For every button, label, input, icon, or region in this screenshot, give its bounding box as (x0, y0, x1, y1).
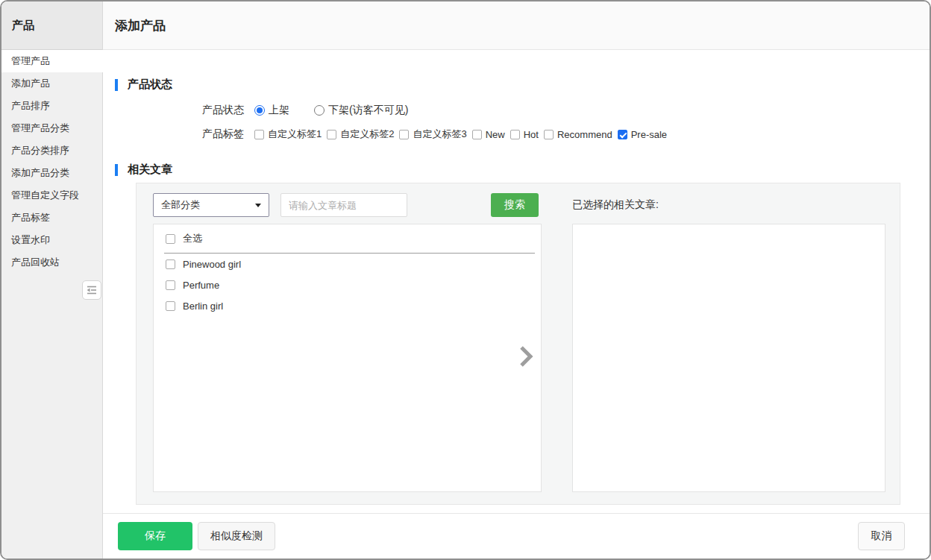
sidebar-item-label: 产品回收站 (11, 257, 60, 268)
radio-icon[interactable] (314, 105, 325, 116)
section-accent-bar (115, 79, 118, 91)
checkbox-icon[interactable] (327, 130, 336, 139)
page-body: 产品状态 产品状态 上架 下架(访客不可见) (103, 50, 930, 513)
sidebar-item[interactable]: 管理产品 (1, 50, 102, 72)
article-list-item[interactable]: Pinewood girl (154, 254, 541, 274)
tag-option-label: Recommend (557, 129, 612, 140)
radio-icon[interactable] (254, 105, 265, 116)
section-title-text: 相关文章 (128, 163, 172, 177)
sidebar-menu: 管理产品 添加产品 产品排序 管理产品分类 产品分类排序 (1, 50, 102, 274)
page-title: 添加产品 (115, 17, 166, 34)
article-checkbox[interactable] (166, 301, 175, 311)
article-title: Berlin girl (183, 301, 223, 312)
tag-option-label: 自定义标签3 (413, 128, 466, 141)
status-radio-option[interactable]: 上架 (254, 104, 289, 117)
chevron-right-icon (518, 345, 533, 368)
sidebar-title: 产品 (1, 1, 102, 50)
sidebar: 产品 管理产品 添加产品 产品排序 管理产品分类 (1, 1, 103, 559)
tag-option-label: Hot (524, 129, 539, 140)
tags-row: 产品标签 自定义标签1 自定义标签2 (103, 123, 667, 145)
sidebar-item[interactable]: 产品标签 (1, 207, 102, 229)
search-button[interactable]: 搜索 (491, 193, 539, 217)
sidebar-item[interactable]: 设置水印 (1, 229, 102, 251)
move-right-button[interactable] (518, 345, 533, 371)
article-title: Perfume (183, 280, 219, 291)
sidebar-item-label: 管理自定义字段 (11, 189, 79, 201)
sidebar-item[interactable]: 添加产品分类 (1, 162, 102, 184)
sidebar-item[interactable]: 产品排序 (1, 95, 102, 117)
tag-checkbox-option[interactable]: 自定义标签3 (399, 128, 466, 141)
section-title-text: 产品状态 (128, 78, 172, 92)
checkbox-icon[interactable] (399, 130, 409, 139)
menu-fold-icon (87, 286, 97, 295)
sidebar-item-label: 产品分类排序 (11, 145, 69, 156)
category-select-value: 全部分类 (161, 198, 200, 212)
cancel-button[interactable]: 取消 (858, 522, 905, 550)
section-related-articles: 相关文章 (115, 163, 172, 177)
sidebar-item-label: 管理产品分类 (11, 122, 69, 133)
tag-checkbox-option[interactable]: Recommend (544, 129, 612, 140)
checkbox-icon[interactable] (254, 130, 264, 139)
sidebar-item[interactable]: 管理自定义字段 (1, 184, 102, 207)
sidebar-item-label: 设置水印 (11, 234, 50, 245)
save-button[interactable]: 保存 (118, 522, 192, 550)
sidebar-item-label: 产品排序 (11, 100, 50, 111)
article-source-list: 全选 Pinewood girl Pe (153, 224, 542, 492)
sidebar-item-label: 产品标签 (11, 212, 50, 223)
selected-articles-label: 已选择的相关文章: (572, 198, 659, 212)
select-all-row[interactable]: 全选 (154, 224, 541, 253)
select-all-label: 全选 (183, 232, 202, 245)
sidebar-item-label: 管理产品 (11, 55, 50, 66)
sidebar-item[interactable]: 产品分类排序 (1, 139, 102, 162)
article-checkbox[interactable] (166, 259, 175, 269)
status-row-label: 产品状态 (103, 104, 244, 117)
similarity-check-button[interactable]: 相似度检测 (198, 522, 275, 550)
article-list-item[interactable]: Berlin girl (154, 295, 541, 316)
status-row: 产品状态 上架 下架(访客不可见) (103, 99, 408, 122)
app-window: 产品 管理产品 添加产品 产品排序 管理产品分类 (0, 0, 931, 560)
tag-checkbox-option[interactable]: Pre-sale (618, 129, 667, 140)
tags-checkbox-group: 自定义标签1 自定义标签2 自定义标签3 (254, 128, 667, 141)
category-select[interactable]: 全部分类 (153, 193, 269, 217)
radio-option-label: 上架 (269, 104, 289, 117)
article-list: Pinewood girl Perfume Berlin girl (154, 254, 541, 316)
tag-checkbox-option[interactable]: 自定义标签1 (254, 128, 322, 141)
status-radio-option[interactable]: 下架(访客不可见) (314, 104, 408, 117)
status-radio-group: 上架 下架(访客不可见) (254, 104, 408, 117)
sidebar-item[interactable]: 产品回收站 (1, 251, 102, 274)
caret-down-icon (255, 204, 261, 207)
related-articles-panel: 全部分类 搜索 已选择的相关文章: 全选 (136, 183, 900, 505)
tag-checkbox-option[interactable]: New (472, 129, 505, 140)
tags-row-label: 产品标签 (103, 128, 244, 141)
sidebar-collapse-button[interactable] (82, 280, 101, 300)
section-accent-bar (115, 164, 118, 176)
tag-option-label: 自定义标签2 (340, 128, 394, 141)
article-checkbox[interactable] (166, 280, 175, 290)
select-all-checkbox[interactable] (166, 234, 175, 244)
sidebar-item[interactable]: 管理产品分类 (1, 117, 102, 139)
sidebar-item-label: 添加产品分类 (11, 167, 69, 178)
checkbox-icon[interactable] (618, 130, 627, 139)
radio-option-label: 下架(访客不可见) (328, 104, 408, 117)
checkbox-icon[interactable] (510, 130, 520, 139)
tag-option-label: 自定义标签1 (268, 128, 322, 141)
tag-checkbox-option[interactable]: Hot (510, 129, 539, 140)
tag-option-label: New (486, 129, 505, 140)
page-header: 添加产品 (103, 1, 930, 50)
article-title: Pinewood girl (183, 259, 241, 270)
tag-option-label: Pre-sale (631, 129, 667, 140)
main-area: 添加产品 产品状态 产品状态 上架 (103, 1, 930, 559)
tag-checkbox-option[interactable]: 自定义标签2 (327, 128, 394, 141)
checkbox-icon[interactable] (472, 130, 482, 139)
article-title-input[interactable] (280, 193, 407, 217)
sidebar-item[interactable]: 添加产品 (1, 72, 102, 95)
selected-articles-box (572, 224, 885, 492)
article-list-item[interactable]: Perfume (154, 274, 541, 295)
footer-bar: 保存 相似度检测 取消 (103, 513, 930, 559)
section-product-status: 产品状态 (115, 78, 172, 92)
checkbox-icon[interactable] (544, 130, 554, 139)
sidebar-item-label: 添加产品 (11, 78, 50, 89)
